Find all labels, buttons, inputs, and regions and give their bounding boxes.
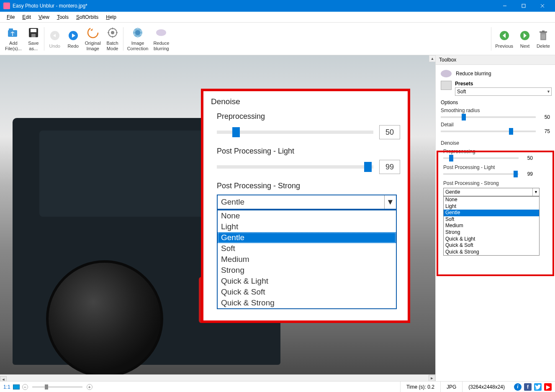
dropdown-option[interactable]: Medium [444,223,539,229]
svg-point-26 [137,36,139,38]
dropdown-option[interactable]: Strong [444,229,539,236]
fit-screen-icon[interactable] [13,384,20,389]
facebook-icon[interactable]: f [524,383,532,391]
dropdown-option[interactable]: Light [444,203,539,210]
rp-poststrong-list[interactable]: NoneLightGentleSoftMediumStrongQuick & L… [443,196,540,256]
dropdown-option[interactable]: None [444,197,539,203]
dropdown-option[interactable]: Quick & Light [218,276,396,287]
main-area: Denoise Preprocessing 50 Post Processing… [0,55,555,381]
preprocessing-value[interactable]: 50 [379,125,400,139]
rp-postlight-value[interactable]: 99 [521,171,533,177]
batch-mode-button[interactable]: Batch Mode [103,24,122,54]
svg-point-25 [140,33,142,35]
dropdown-option[interactable]: None [218,210,396,221]
scroll-right-button[interactable]: ► [429,375,435,381]
previous-icon [498,29,511,42]
rp-poststrong-label: Post Processing - Strong [443,180,547,186]
menu-softorbits[interactable]: SoftOrbits [73,13,102,21]
dropdown-option[interactable]: Soft [218,243,396,254]
dropdown-option[interactable]: Quick & Soft [444,242,539,249]
detail-value[interactable]: 75 [538,128,550,134]
postlight-slider[interactable] [217,165,373,169]
toolbar: Add File(s)... Save as... Undo Redo Orig… [0,23,555,55]
delete-button[interactable]: Delete [534,24,552,54]
image-viewport[interactable]: Denoise Preprocessing 50 Post Processing… [0,55,435,381]
presets-select[interactable]: Soft ▼ [455,87,552,96]
correction-icon [131,26,144,39]
zoom-slider[interactable] [32,386,82,388]
dropdown-option[interactable]: Quick & Soft [218,287,396,297]
status-dimensions: (3264x2448x24) [462,382,511,392]
dropdown-option[interactable]: Quick & Strong [218,297,396,308]
dropdown-option[interactable]: Gentle [218,232,396,243]
toolbox-header: Toolbox [436,55,555,65]
zoom-ratio[interactable]: 1:1 [3,384,10,390]
preprocessing-slider[interactable] [217,131,373,134]
scroll-left-button[interactable]: ◄ [0,376,7,381]
zoom-in-button[interactable]: + [87,384,92,390]
toolbar-separator [44,27,44,51]
dropdown-option[interactable]: Gentle [444,210,539,216]
chevron-down-icon: ▼ [532,188,539,196]
svg-point-23 [137,28,139,29]
dropdown-option[interactable]: Medium [218,254,396,265]
redo-button[interactable]: Redo [64,24,82,54]
svg-point-29 [156,29,166,36]
rp-postlight-slider[interactable] [443,173,519,175]
options-label: Options [439,98,552,107]
menu-view[interactable]: View [35,13,53,21]
menu-file[interactable]: File [3,13,18,21]
save-icon [27,26,40,39]
reduce-blurring-button[interactable]: Reduce blurring [151,24,172,54]
presets-label: Presets [455,81,552,87]
next-icon [518,29,532,42]
youtube-icon[interactable]: ▶ [544,383,552,391]
redo-icon [67,29,80,42]
undo-icon [48,29,62,42]
menubar: File Edit View Tools SoftOrbits Help [0,12,555,23]
detail-label: Detail [441,122,550,128]
dropdown-option[interactable]: Soft [444,216,539,223]
close-button[interactable] [533,0,552,12]
menu-help[interactable]: Help [103,13,120,21]
dropdown-option[interactable]: Strong [218,265,396,276]
postlight-value[interactable]: 99 [379,160,400,174]
original-image-button[interactable]: Original Image [82,24,103,54]
detail-slider[interactable] [441,131,536,132]
chevron-down-icon: ▼ [384,195,396,209]
zoom-out-button[interactable]: − [22,384,28,390]
toolbar-separator [123,27,123,51]
image-correction-button[interactable]: Image Correction [125,24,151,54]
rp-preproc-value[interactable]: 50 [521,155,533,161]
maximize-button[interactable] [514,0,533,12]
preprocessing-label: Preprocessing [217,112,400,121]
horizontal-scrollbar[interactable]: ◄ ► [0,374,435,381]
dropdown-option[interactable]: Quick & Strong [444,249,539,256]
status-format: JPG [440,382,462,392]
next-button[interactable]: Next [516,24,534,54]
menu-tools[interactable]: Tools [54,13,72,21]
chevron-down-icon: ▼ [547,90,550,94]
denoise-section-label: Denoise [441,140,547,146]
add-files-button[interactable]: Add File(s)... [3,24,24,54]
menu-edit[interactable]: Edit [19,13,34,21]
save-as-button[interactable]: Save as... [24,24,43,54]
smoothing-label: Smoothing radius [441,108,550,113]
add-files-icon [7,26,20,39]
smoothing-slider[interactable] [441,116,536,118]
poststrong-dropdown-list[interactable]: NoneLightGentleSoftMediumStrongQuick & L… [217,210,397,309]
info-icon[interactable]: i [514,383,522,391]
previous-button[interactable]: Previous [493,24,516,54]
undo-button: Undo [46,24,64,54]
svg-rect-34 [542,31,545,32]
dropdown-option[interactable]: Quick & Light [444,236,539,243]
rp-poststrong-combo[interactable]: Gentle ▼ [443,188,540,196]
minimize-button[interactable] [495,0,514,12]
twitter-icon[interactable] [534,383,542,391]
statusbar: 1:1 − + Time (s): 0.2 JPG (3264x2448x24)… [0,381,555,392]
dropdown-option[interactable]: Light [218,221,396,232]
scroll-up-button[interactable]: ▲ [429,55,436,62]
smoothing-value[interactable]: 50 [538,114,550,120]
poststrong-combo[interactable]: Gentle ▼ [217,195,397,210]
rp-preproc-slider[interactable] [443,157,519,159]
